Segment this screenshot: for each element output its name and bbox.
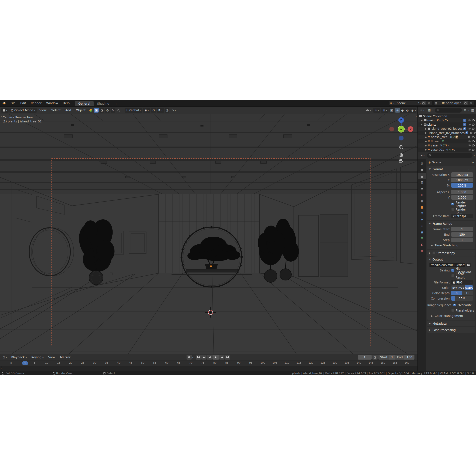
collection-checkbox[interactable] xyxy=(465,131,468,134)
playhead[interactable]: 1 xyxy=(22,361,28,365)
shading-solid-icon[interactable]: ● xyxy=(400,108,405,113)
outliner-row-flower[interactable]: ▶ ▼ flower ▽ xyxy=(418,139,476,143)
expand-arrow-icon[interactable]: ▶ xyxy=(425,144,427,147)
tab-modifiers[interactable]: ⚙ xyxy=(418,210,426,216)
workspace-tab-add-button[interactable]: + xyxy=(113,101,120,106)
stereoscopy-checkbox[interactable] xyxy=(432,252,435,254)
camera-restrict-icon[interactable] xyxy=(472,119,475,121)
paint-mask-icon[interactable]: ✎ xyxy=(111,108,115,113)
tab-render[interactable]: ▣ xyxy=(418,167,426,173)
playhead-line[interactable] xyxy=(25,365,25,371)
new-scene-button[interactable] xyxy=(422,101,426,105)
gizmos-dropdown[interactable]: ✚▾ xyxy=(373,108,380,113)
outliner-row-plants[interactable]: ▼ plants xyxy=(418,122,476,127)
camera-view-icon[interactable] xyxy=(398,158,404,164)
expand-arrow-icon[interactable]: ▶ xyxy=(425,132,427,134)
resolution-y-field[interactable]: 1080 px xyxy=(451,178,473,182)
collection-checkbox[interactable] xyxy=(463,127,466,130)
snap-magnet-icon[interactable]: Ω xyxy=(151,108,156,113)
proportional-toggle-icon[interactable]: ◑ xyxy=(100,108,104,113)
eye-icon[interactable] xyxy=(468,128,471,130)
tab-scene[interactable]: ◉ xyxy=(418,185,426,191)
pan-hand-icon[interactable] xyxy=(398,151,404,157)
pin-icon[interactable]: ⚲ xyxy=(417,101,421,105)
color-rgb-button[interactable]: RGB xyxy=(458,285,465,290)
outliner-display-mode-button[interactable]: ▥▾ xyxy=(427,108,434,113)
overlays-dropdown[interactable]: ◎▾ xyxy=(381,108,389,113)
view-layer-icon[interactable]: ▥ xyxy=(435,102,437,104)
menu-window[interactable]: Window xyxy=(44,100,60,106)
tab-view-layer[interactable]: ▥ xyxy=(418,179,426,185)
start-field[interactable]: 1 xyxy=(389,355,395,359)
frame-rate-dropdown[interactable]: 29.97 fps▾ xyxy=(451,214,473,218)
tab-collection[interactable]: ▦ xyxy=(418,198,426,204)
navigation-gizmo[interactable]: Z X -Y xyxy=(387,115,415,143)
outliner-row-island-tree-leaves[interactable]: ▶ island_tree_02_leaves xyxy=(418,127,476,131)
resolution-percent-field[interactable]: 100% xyxy=(451,183,473,187)
color-rgba-button[interactable]: RGBA xyxy=(465,285,473,290)
pivot-point-dropdown[interactable]: ◉▾ xyxy=(143,108,151,113)
file-extensions-checkbox[interactable] xyxy=(451,269,454,272)
snap-target-dropdown[interactable]: ⊞▾ xyxy=(157,108,164,113)
tab-tool[interactable]: ⚒ xyxy=(418,160,426,167)
menu-marker[interactable]: Marker xyxy=(58,356,72,359)
panel-post-processing-header[interactable]: ▶ Post Processing ∷ xyxy=(427,327,475,333)
menu-render[interactable]: Render xyxy=(29,100,44,106)
jump-to-start-button[interactable] xyxy=(196,355,201,359)
outliner-editor-type-button[interactable]: ≡▾ xyxy=(419,108,426,113)
eye-icon[interactable] xyxy=(470,132,473,134)
eye-icon[interactable] xyxy=(468,140,471,142)
tab-output[interactable]: ▤ xyxy=(418,173,426,179)
outliner-row-bonsai-tree[interactable]: ▶ ▼ bonsai_tree ⚙ ▽ ▼ xyxy=(418,135,476,139)
tab-object[interactable]: ■ xyxy=(418,204,426,210)
panel-output-header[interactable]: ▼ Output ∷ xyxy=(427,256,475,262)
proportional-editing-icon[interactable]: ◎ xyxy=(165,108,170,113)
eye-icon[interactable] xyxy=(468,149,471,151)
eye-icon[interactable] xyxy=(468,123,471,126)
shading-rendered-icon[interactable]: ◑ xyxy=(410,108,415,113)
mode-toggle-icon[interactable]: ▣ xyxy=(94,108,99,113)
chevron-down-icon[interactable]: ▾ xyxy=(439,102,440,104)
color-management-subpanel[interactable]: ▶ Color Management xyxy=(427,313,475,319)
overwrite-checkbox[interactable] xyxy=(453,304,456,306)
collection-checkbox[interactable] xyxy=(463,119,466,122)
editor-type-button[interactable]: ▦▾ xyxy=(1,108,9,113)
auto-keying-icon[interactable] xyxy=(187,355,192,359)
jump-to-end-button[interactable] xyxy=(225,355,230,359)
timeline-editor-type-button[interactable]: ◷▾ xyxy=(1,355,9,360)
eye-icon[interactable] xyxy=(468,119,471,121)
scene-name[interactable]: Scene xyxy=(395,102,417,105)
chevron-down-icon[interactable]: ▾ xyxy=(393,102,394,104)
xray-toggle-icon[interactable]: ▣ xyxy=(389,108,394,113)
expand-arrow-icon[interactable]: ▶ xyxy=(425,140,427,142)
zoom-icon[interactable] xyxy=(398,145,404,150)
compression-slider[interactable]: 15% xyxy=(451,296,473,301)
blender-logo-icon[interactable] xyxy=(2,101,6,105)
visibility-dropdown[interactable]: ▾ xyxy=(364,108,373,113)
play-button[interactable] xyxy=(212,355,219,359)
tab-world[interactable]: ◍ xyxy=(418,191,426,198)
menu-select[interactable]: Select xyxy=(49,108,62,112)
current-frame-field[interactable]: 1 xyxy=(358,355,372,359)
outliner-search-input[interactable] xyxy=(435,108,462,113)
scene-icon[interactable]: ◉ xyxy=(390,102,392,104)
timeline-ruler[interactable]: -551015202530354045505560657075808590951… xyxy=(0,360,417,366)
render-region-checkbox[interactable] xyxy=(451,203,454,205)
tab-particles[interactable]: ✱ xyxy=(418,216,426,222)
filter-icon[interactable]: ▽ xyxy=(463,108,467,113)
color-bw-button[interactable]: BW xyxy=(451,285,458,290)
shading-wireframe-icon[interactable]: ⊕ xyxy=(395,108,400,113)
expand-arrow-icon[interactable]: ▶ xyxy=(421,119,423,121)
menu-add[interactable]: Add xyxy=(63,108,73,112)
aspect-y-field[interactable]: 1.000 xyxy=(451,195,473,200)
camera-restrict-icon[interactable] xyxy=(472,140,475,142)
menu-keying[interactable]: Keying ▾ xyxy=(29,356,45,359)
render-layer-name[interactable]: RenderLayer xyxy=(441,102,462,105)
placeholders-checkbox[interactable] xyxy=(451,309,454,312)
tab-physics[interactable]: ◎ xyxy=(418,222,426,229)
pin-icon[interactable]: ⚲ xyxy=(471,160,475,164)
camera-restrict-icon[interactable] xyxy=(472,128,475,130)
expand-arrow-icon[interactable]: ▶ xyxy=(425,136,427,138)
chevron-down-icon[interactable]: ▾ xyxy=(192,356,193,358)
menu-edit[interactable]: Edit xyxy=(18,100,28,106)
